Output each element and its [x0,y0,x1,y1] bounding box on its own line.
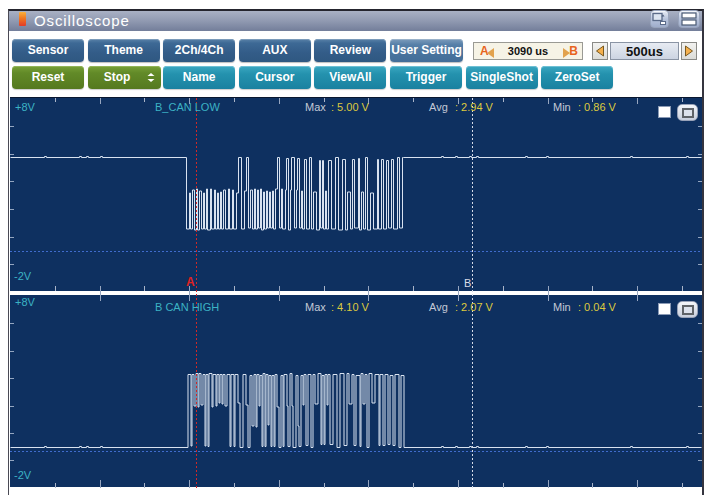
svg-text:B: B [464,277,471,289]
svg-text:A: A [186,275,195,289]
